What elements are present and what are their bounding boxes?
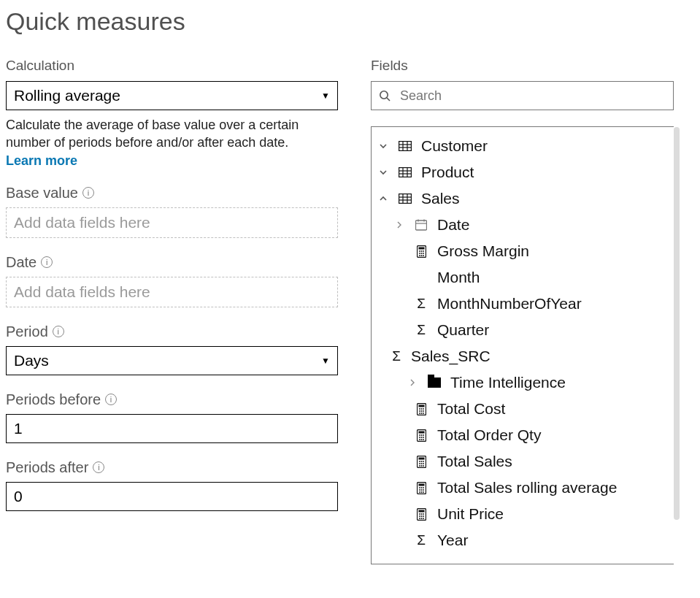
- field-total-order-qty[interactable]: Total Order Qty: [376, 422, 671, 448]
- table-icon: [396, 167, 414, 177]
- calculation-panel: Calculation Rolling average ▼ Calculate …: [6, 58, 338, 564]
- field-label: Total Sales rolling average: [437, 479, 617, 497]
- field-gross-margin[interactable]: Gross Margin: [376, 238, 671, 264]
- field-label: Date: [437, 216, 469, 234]
- field-year[interactable]: Σ Year: [376, 527, 671, 553]
- scrollbar[interactable]: [674, 127, 680, 520]
- chevron-down-icon: [377, 142, 389, 150]
- info-icon[interactable]: i: [93, 461, 104, 473]
- info-icon[interactable]: i: [82, 187, 94, 199]
- period-select[interactable]: Days ▼: [6, 346, 338, 375]
- field-month-number[interactable]: Σ MonthNumberOfYear: [376, 291, 671, 317]
- measure-icon: [412, 245, 430, 258]
- field-month[interactable]: Month: [376, 264, 671, 291]
- field-label: Total Sales: [437, 453, 512, 470]
- sigma-icon: Σ: [412, 322, 430, 338]
- field-total-sales[interactable]: Total Sales: [376, 448, 671, 475]
- chevron-up-icon: [377, 194, 389, 203]
- period-label: Period i: [6, 323, 338, 340]
- measure-icon: [412, 429, 430, 442]
- page-title: Quick measures: [6, 7, 693, 36]
- chevron-right-icon: [393, 221, 405, 229]
- periods-after-label: Periods after i: [6, 459, 338, 476]
- table-label: Product: [421, 164, 474, 181]
- folder-time-intelligence[interactable]: Time Intelligence: [376, 369, 671, 396]
- field-label: Year: [437, 532, 468, 549]
- periods-before-input[interactable]: [6, 414, 338, 443]
- field-label: Total Cost: [437, 400, 505, 418]
- chevron-right-icon: [407, 379, 418, 386]
- info-icon[interactable]: i: [41, 256, 53, 268]
- periods-after-input[interactable]: [6, 482, 338, 511]
- table-icon: [396, 193, 414, 204]
- chevron-down-icon: ▼: [321, 91, 330, 101]
- date-dropzone[interactable]: Add data fields here: [6, 277, 338, 307]
- field-label: Total Order Qty: [437, 426, 541, 444]
- measure-icon: [412, 508, 430, 521]
- fields-panel: Fields Customer P: [371, 58, 674, 564]
- field-total-sales-rolling[interactable]: Total Sales rolling average: [376, 475, 671, 501]
- field-sales-src[interactable]: Σ Sales_SRC: [376, 343, 671, 369]
- folder-icon: [426, 377, 443, 388]
- table-product[interactable]: Product: [376, 159, 671, 185]
- date-label: Date i: [6, 254, 338, 271]
- field-unit-price[interactable]: Unit Price: [376, 501, 671, 527]
- field-total-cost[interactable]: Total Cost: [376, 396, 671, 422]
- field-date[interactable]: Date: [376, 212, 671, 238]
- sigma-icon: Σ: [412, 296, 430, 312]
- fields-search-input[interactable]: [399, 88, 666, 104]
- learn-more-link[interactable]: Learn more: [6, 153, 77, 169]
- table-sales[interactable]: Sales: [376, 185, 671, 212]
- table-label: Sales: [421, 190, 460, 207]
- date-placeholder: Add data fields here: [14, 283, 150, 301]
- table-label: Customer: [421, 137, 488, 155]
- fields-tree: Customer Product Sales: [371, 126, 674, 564]
- field-label: MonthNumberOfYear: [437, 295, 582, 313]
- calculation-select-value: Rolling average: [14, 87, 120, 104]
- base-value-label: Base value i: [6, 185, 338, 202]
- calculation-label: Calculation: [6, 58, 338, 74]
- field-quarter[interactable]: Σ Quarter: [376, 317, 671, 343]
- info-icon[interactable]: i: [105, 394, 117, 405]
- chevron-down-icon: ▼: [321, 356, 330, 366]
- measure-icon: [412, 403, 430, 415]
- calculation-select[interactable]: Rolling average ▼: [6, 81, 338, 110]
- periods-before-label: Periods before i: [6, 391, 338, 408]
- info-icon[interactable]: i: [53, 326, 64, 337]
- field-label: Quarter: [437, 321, 489, 339]
- measure-icon: [412, 456, 430, 468]
- field-label: Time Intelligence: [450, 374, 566, 391]
- search-icon: [379, 90, 391, 102]
- field-label: Sales_SRC: [411, 348, 491, 365]
- field-label: Unit Price: [437, 505, 504, 523]
- sigma-icon: Σ: [412, 532, 430, 548]
- fields-label: Fields: [371, 58, 674, 74]
- field-label: Gross Margin: [437, 242, 529, 260]
- field-label: Month: [437, 269, 480, 286]
- fields-search[interactable]: [371, 81, 674, 110]
- base-value-placeholder: Add data fields here: [14, 214, 150, 231]
- calculation-description: Calculate the average of base value over…: [6, 116, 338, 152]
- calendar-icon: [412, 219, 430, 231]
- table-customer[interactable]: Customer: [376, 133, 671, 159]
- sigma-icon: Σ: [389, 348, 404, 364]
- chevron-down-icon: [377, 168, 389, 177]
- period-select-value: Days: [14, 352, 49, 369]
- table-icon: [396, 141, 414, 151]
- measure-icon: [412, 482, 430, 494]
- base-value-dropzone[interactable]: Add data fields here: [6, 207, 338, 238]
